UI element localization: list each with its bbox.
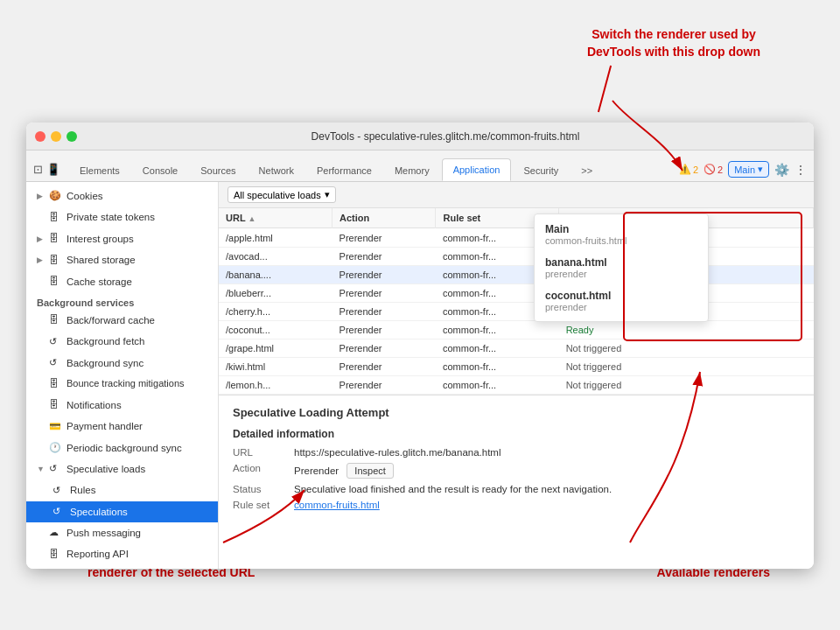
url-label: URL (233, 447, 294, 458)
error-badge: 🚫 2 (704, 164, 723, 175)
cell-status: Not triggered (559, 340, 814, 358)
sidebar-item-backforward[interactable]: 🗄 Back/forward cache (26, 310, 218, 331)
sidebar-item-bounce-tracking[interactable]: 🗄 Bounce tracking mitigations (26, 374, 218, 395)
reporting-icon: 🗄 (49, 547, 61, 563)
detail-panel: Speculative Loading Attempt Detailed inf… (219, 396, 814, 526)
sidebar-item-private-state[interactable]: 🗄 Private state tokens (26, 206, 218, 228)
sidebar-item-cache-storage[interactable]: 🗄 Cache storage (26, 271, 218, 292)
sidebar-item-periodic-sync[interactable]: 🕐 Periodic background sync (26, 438, 218, 458)
filter-dropdown[interactable]: All speculative loads ▾ (228, 186, 336, 203)
error-count: 2 (718, 164, 723, 175)
detail-row-action: Action Prerender Inspect (233, 463, 800, 479)
cell-ruleset: common-fr... (436, 376, 559, 395)
table-row[interactable]: /grape.html Prerender common-fr... Not t… (219, 340, 814, 358)
tab-network[interactable]: Network (248, 160, 304, 181)
cell-status: Not triggered (559, 358, 814, 376)
bg-fetch-icon: ↺ (49, 334, 61, 350)
bg-sync-icon: ↺ (49, 355, 61, 371)
cell-action: Prerender (332, 321, 436, 340)
tab-security[interactable]: Security (513, 160, 569, 181)
warning-icon: ⚠️ (679, 164, 691, 175)
tab-memory[interactable]: Memory (384, 160, 440, 181)
minimize-button[interactable] (51, 131, 61, 142)
panel-toolbar: All speculative loads ▾ (219, 182, 814, 208)
device-icon[interactable]: 📱 (46, 163, 60, 176)
renderer-option-coconut[interactable]: coconut.html prerender (535, 284, 708, 318)
sidebar-item-push-messaging[interactable]: ☁ Push messaging (26, 522, 218, 543)
sidebar-item-payment[interactable]: 💳 Payment handler (26, 416, 218, 437)
chevron-down-icon: ▾ (758, 164, 763, 175)
table-row[interactable]: /cherry.h... Prerender common-fr... Not … (219, 303, 814, 321)
cell-action: Prerender (332, 266, 436, 284)
tab-application[interactable]: Application (442, 158, 512, 181)
col-action[interactable]: Action (332, 208, 436, 228)
tab-performance[interactable]: Performance (306, 160, 382, 181)
more-icon[interactable]: ⋮ (794, 163, 807, 177)
inspect-button[interactable]: Inspect (346, 463, 393, 479)
push-icon: ☁ (49, 525, 61, 541)
sidebar-item-interest-groups[interactable]: ▶ 🗄 Interest groups (26, 228, 218, 249)
tab-console[interactable]: Console (132, 160, 188, 181)
sidebar-item-shared-storage[interactable]: ▶ 🗄 Shared storage (26, 249, 218, 270)
cell-action: Prerender (332, 228, 436, 248)
sidebar-item-reporting[interactable]: 🗄 Reporting API (26, 543, 218, 564)
sidebar-item-speculations[interactable]: ↺ Speculations (26, 501, 218, 522)
table-row[interactable]: /coconut... Prerender common-fr... Ready (219, 321, 814, 340)
cell-ruleset: common-fr... (436, 321, 559, 340)
status-not-triggered: Not triggered (566, 343, 622, 354)
detail-title: Speculative Loading Attempt (233, 406, 800, 419)
speculations-icon: ↺ (52, 504, 65, 520)
sidebar: ▶ 🍪 Cookies 🗄 Private state tokens ▶ 🗄 I… (26, 182, 219, 569)
backforward-icon: 🗄 (49, 312, 61, 328)
cell-url: /coconut... (219, 321, 332, 340)
tab-bar-right: ⚠️ 2 🚫 2 Main ▾ ⚙️ ⋮ (679, 161, 807, 181)
status-ready: Ready (566, 325, 594, 335)
frames-header: Frames (26, 565, 218, 569)
table-row[interactable]: /blueberr... Prerender common-fr... Not … (219, 284, 814, 303)
sidebar-item-notifications[interactable]: 🗄 Notifications (26, 395, 218, 416)
notifications-icon: 🗄 (49, 397, 61, 413)
sidebar-item-bg-sync[interactable]: ↺ Background sync (26, 353, 218, 374)
sidebar-item-bg-fetch[interactable]: ↺ Background fetch (26, 331, 218, 352)
renderer-option-main[interactable]: Main common-fruits.html (535, 218, 708, 251)
sidebar-item-cookies[interactable]: ▶ 🍪 Cookies (26, 186, 218, 206)
cell-ruleset: common-fr... (436, 358, 559, 376)
sidebar-item-rules[interactable]: ↺ Rules (26, 480, 218, 500)
table-row[interactable]: /banana.... Prerender common-fr... Ready (219, 266, 814, 284)
window-title: DevTools - speculative-rules.glitch.me/c… (86, 130, 805, 143)
speculative-table-container: URL ▲ Action Rule set Status /apple.html… (219, 208, 814, 396)
cell-url: /grape.html (219, 340, 332, 358)
settings-icon[interactable]: ⚙️ (774, 163, 789, 177)
ruleset-value[interactable]: common-fruits.html (294, 500, 800, 510)
maximize-button[interactable] (66, 131, 77, 142)
title-bar: DevTools - speculative-rules.glitch.me/c… (26, 122, 814, 150)
status-value: Speculative load finished and the result… (294, 484, 800, 494)
table-row[interactable]: /apple.html Prerender common-fr... ❌ Fai… (219, 228, 814, 248)
traffic-lights (35, 131, 77, 142)
cell-action: Prerender (332, 358, 436, 376)
tab-more[interactable]: >> (570, 160, 603, 181)
tab-sources[interactable]: Sources (190, 160, 246, 181)
annotation-top: Switch the renderer used by DevTools wit… (560, 26, 788, 60)
speculative-loads-icon: ↺ (49, 461, 61, 477)
renderer-select[interactable]: Main ▾ (728, 161, 769, 178)
table-row[interactable]: /kiwi.html Prerender common-fr... Not tr… (219, 358, 814, 376)
bounce-tracking-icon: 🗄 (49, 376, 61, 392)
table-row[interactable]: /avocad... Prerender common-fr... Not tr… (219, 248, 814, 266)
inspect-icon[interactable]: ⊡ (33, 163, 43, 176)
tab-elements[interactable]: Elements (69, 160, 130, 181)
renderer-option-banana[interactable]: banana.html prerender (535, 251, 708, 284)
expand-icon: ▶ (37, 233, 46, 245)
action-label: Action (233, 463, 294, 473)
close-button[interactable] (35, 131, 46, 142)
col-url[interactable]: URL ▲ (219, 208, 332, 228)
filter-arrow-icon: ▾ (325, 189, 330, 200)
error-icon: 🚫 (704, 164, 716, 175)
speculative-table: URL ▲ Action Rule set Status /apple.html… (219, 208, 814, 395)
tab-bar: ⊡ 📱 Elements Console Sources Network Per… (26, 150, 814, 182)
cell-status: Not triggered (559, 376, 814, 395)
table-row[interactable]: /lemon.h... Prerender common-fr... Not t… (219, 376, 814, 395)
renderer-dropdown: Main common-fruits.html banana.html prer… (534, 214, 709, 322)
sidebar-item-speculative-loads[interactable]: ▼ ↺ Speculative loads (26, 458, 218, 480)
tab-bar-icons: ⊡ 📱 (33, 163, 60, 181)
